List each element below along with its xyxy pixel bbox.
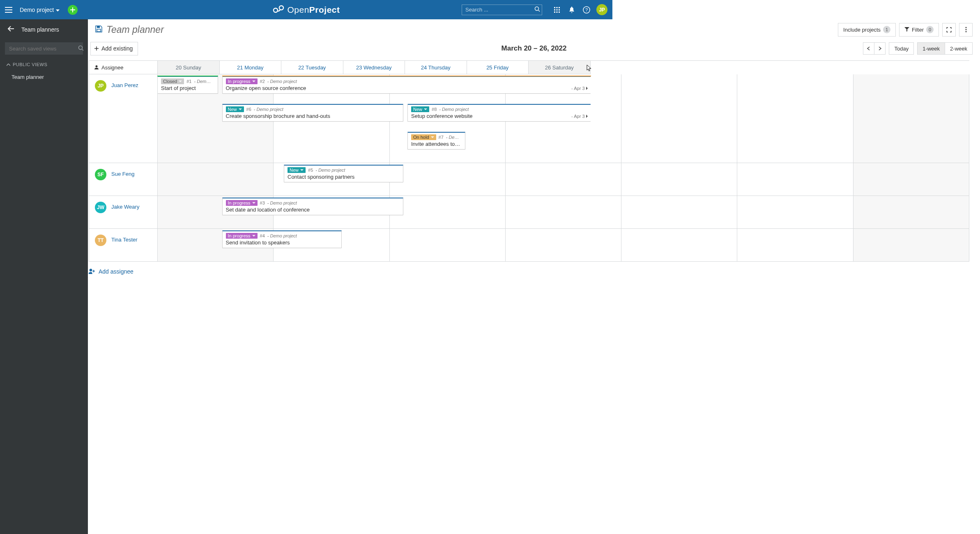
svg-point-20 [90,269,92,271]
card-top-line [157,76,218,76]
sidebar-section-public-views[interactable]: PUBLIC VIEWS [0,60,88,69]
hamburger-icon[interactable] [5,7,14,13]
help-icon[interactable]: ? [579,0,594,19]
status-badge[interactable]: In progress [226,233,258,239]
global-search-input[interactable] [465,7,534,13]
card-meta: On hold #7- De… [408,133,465,140]
work-package-card[interactable]: On hold #7- De…Invite attendees to … [407,132,465,150]
day-header: 22 Tuesday [281,61,343,74]
app-logo[interactable]: OpenProject [272,5,340,15]
day-cell[interactable] [506,196,612,228]
card-id: #7 [439,135,444,140]
assignee-name[interactable]: Sue Feng [111,171,134,177]
card-title: Setup conference website [408,112,591,121]
day-cell[interactable] [390,196,506,228]
assignee-days: Closed #1- Dem…Start of projectIn progre… [158,74,612,163]
global-search[interactable] [462,5,542,15]
bell-icon[interactable] [564,0,579,19]
svg-point-0 [273,8,277,12]
day-cell[interactable] [506,163,612,196]
sidebar-section-label: PUBLIC VIEWS [13,62,47,67]
project-name: Demo project [20,7,54,13]
project-selector[interactable]: Demo project [20,7,60,13]
chevron-up-icon [7,62,10,67]
status-badge[interactable]: Closed [161,78,184,84]
svg-rect-11 [559,12,560,13]
day-header: 21 Monday [220,61,282,74]
day-cell[interactable] [390,163,506,196]
planner-grid: Assignee 20 Sunday21 Monday22 Tuesday23 … [89,60,612,262]
logo-icon [272,5,284,15]
sidebar-item[interactable]: Team planner [0,71,88,83]
assignee-header: Assignee [89,61,158,74]
card-title: Invite attendees to … [408,140,465,149]
toolbar: Team planner Include projects 1 Filter 0 [88,19,612,40]
day-header: 25 Friday [467,61,529,74]
svg-rect-3 [554,7,555,8]
sidebar-search[interactable] [5,42,83,55]
day-cell[interactable] [158,163,274,196]
grid-header: Assignee 20 Sunday21 Monday22 Tuesday23 … [89,60,612,74]
card-meta: In progress #4- Demo project [223,231,341,239]
assignee-days: In progress #3- Demo projectSet date and… [158,196,612,228]
card-id: #4 [260,233,265,238]
card-id: #1 [186,79,191,84]
status-badge[interactable]: On hold [411,134,436,140]
status-badge[interactable]: In progress [226,200,258,206]
assignee-row: TTTina TesterIn progress #4- Demo projec… [89,229,612,262]
user-avatar[interactable]: JP [596,4,607,15]
svg-point-1 [279,6,283,10]
assignee-avatar[interactable]: SF [95,169,106,180]
card-meta: In progress #3- Demo project [223,198,403,206]
apps-icon[interactable] [550,0,564,19]
grid-rows: JPJuan PerezClosed #1- Dem…Start of proj… [89,74,612,262]
sidebar-titlebar: Team planners [0,19,88,40]
assignee-avatar[interactable]: JW [95,202,106,213]
back-arrow-icon[interactable] [7,26,14,33]
assignee-name[interactable]: Jake Weary [111,204,139,210]
card-project: - De… [446,135,459,140]
day-cell[interactable] [506,229,612,261]
work-package-card[interactable]: Closed #1- Dem…Start of project [158,76,218,94]
card-project: - Demo project [267,79,297,84]
day-cell[interactable] [390,229,506,261]
svg-rect-8 [559,9,560,10]
card-meta: In progress #2- Demo project [223,77,591,84]
status-badge[interactable]: In progress [226,78,258,84]
status-badge[interactable]: New [411,106,429,112]
add-existing-button[interactable]: Add existing [90,42,138,55]
save-icon[interactable] [95,25,102,34]
assignee-cell: JWJake Weary [89,196,158,228]
add-assignee-button[interactable]: Add assignee [88,262,612,275]
card-id: #5 [308,168,313,173]
date-range: March 20 – 26, 2022 [502,44,567,53]
sidebar-search-input[interactable] [9,46,78,52]
assignee-avatar[interactable]: TT [95,235,106,246]
work-package-card[interactable]: New #5- Demo projectContact sponsoring p… [284,165,403,182]
work-package-card[interactable]: New #6- Demo projectCreate sponsorship b… [222,104,404,122]
card-extends-indicator: - Apr 3 [571,86,588,91]
card-id: #2 [260,79,265,84]
caret-down-icon [56,7,60,13]
add-assignee-label: Add assignee [99,268,133,275]
assignee-header-label: Assignee [101,64,123,71]
card-project: - Dem… [194,79,211,84]
status-badge[interactable]: New [288,167,306,173]
sub-toolbar: Add existing March 20 – 26, 2022 Today 1… [88,40,612,57]
svg-text:?: ? [585,7,588,12]
assignee-name[interactable]: Juan Perez [111,82,138,88]
work-package-card[interactable]: New #8- Demo projectSetup conference web… [407,104,591,122]
sidebar-items: Team planner [0,69,88,85]
work-package-card[interactable]: In progress #3- Demo projectSet date and… [222,198,404,215]
svg-rect-6 [554,9,555,10]
assignee-name[interactable]: Tina Tester [111,237,138,243]
work-package-card[interactable]: In progress #2- Demo projectOrganize ope… [222,76,591,94]
sidebar-title: Team planners [21,26,59,33]
work-package-card[interactable]: In progress #4- Demo projectSend invitat… [222,230,342,248]
global-add-button[interactable] [68,5,78,15]
card-extends-indicator: - Apr 3 [571,114,588,119]
card-title: Contact sponsoring partners [284,173,403,182]
card-title: Send invitation to speakers [223,239,341,248]
status-badge[interactable]: New [226,106,244,112]
assignee-avatar[interactable]: JP [95,80,106,92]
